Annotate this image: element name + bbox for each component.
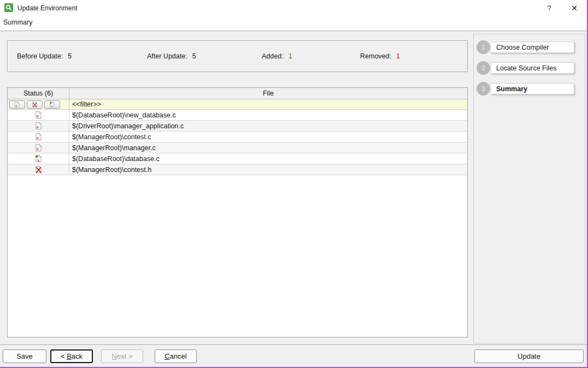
stat-value: 5 — [68, 52, 72, 60]
status-icon — [35, 133, 42, 141]
table-row[interactable]: $(ManagerRoot)\contest.h — [8, 164, 467, 175]
status-icon — [35, 144, 42, 152]
wizard-step-choose-compiler[interactable]: 1 Choose Compiler — [477, 40, 578, 54]
close-button[interactable]: ✕ — [565, 0, 584, 16]
filter-row: <<filter>> — [8, 99, 467, 110]
status-icon — [14, 101, 20, 108]
status-cell — [8, 110, 69, 120]
stat-after-update: After Update: 5 — [147, 41, 196, 72]
column-header-file[interactable]: File — [69, 88, 467, 99]
step-label: Summary — [496, 85, 527, 93]
file-table: Status (6) File — [7, 87, 468, 337]
step-number-badge: 1 — [477, 40, 490, 54]
status-filter-buttons — [8, 99, 69, 109]
source-file-icon — [35, 144, 42, 152]
stat-value: 5 — [192, 52, 196, 60]
header-area: Update Environment ? ✕ Summary — [0, 0, 587, 31]
stat-label: Added: — [262, 52, 284, 60]
file-path: $(ManagerRoot)\manager.c — [69, 143, 467, 153]
titlebar: Update Environment ? ✕ — [0, 0, 587, 16]
step-box: Locate Source Files — [490, 62, 574, 74]
step-label: Choose Compiler — [496, 44, 549, 51]
save-button[interactable]: Save — [3, 349, 46, 363]
stat-value: 1 — [396, 52, 400, 60]
table-header: Status (6) File — [8, 88, 467, 99]
source-file-icon — [35, 133, 42, 141]
page-title: Summary — [3, 19, 32, 26]
stat-label: Removed: — [360, 52, 391, 60]
file-path: $(DatabaseRoot)\database.c — [69, 153, 467, 164]
status-icon — [35, 122, 42, 130]
table-row[interactable]: $(ManagerRoot)\contest.c — [8, 132, 467, 143]
source-file-icon — [35, 122, 42, 130]
step-box: Summary — [490, 83, 574, 94]
stat-before-update: Before Update: 5 — [17, 41, 72, 72]
stat-removed: Removed: 1 — [360, 41, 400, 72]
column-header-status[interactable]: Status (6) — [8, 88, 69, 99]
status-cell — [8, 164, 69, 175]
file-path: $(ManagerRoot)\contest.h — [69, 164, 467, 175]
stat-label: Before Update: — [17, 52, 63, 60]
table-row[interactable]: $(DatabaseRoot)\new_database.c — [8, 110, 467, 121]
source-file-icon — [14, 101, 20, 108]
cancel-button[interactable]: Cancel — [155, 349, 197, 363]
step-box: Choose Compiler — [490, 41, 574, 53]
table-row[interactable]: $(ManagerRoot)\manager.c — [8, 143, 467, 153]
stat-value: 1 — [289, 52, 292, 60]
status-icon — [35, 111, 42, 119]
update-button[interactable]: Update — [474, 349, 584, 363]
wizard-step-locate-source-files[interactable]: 2 Locate Source Files — [477, 61, 578, 75]
filter-source-button[interactable] — [9, 100, 25, 109]
status-icon — [35, 155, 42, 163]
step-label: Locate Source Files — [496, 64, 556, 72]
source-file-icon — [35, 111, 42, 119]
stat-label: After Update: — [147, 52, 187, 60]
added-file-icon — [35, 155, 42, 163]
step-number-badge: 3 — [477, 82, 490, 96]
wizard-step-summary[interactable]: 3 Summary — [477, 82, 578, 96]
filter-added-button[interactable] — [44, 100, 60, 109]
filter-input[interactable]: <<filter>> — [69, 99, 467, 109]
status-icon — [32, 101, 37, 108]
file-path: $(DriverRoot)\manager_application.c — [69, 121, 467, 131]
summary-stats-panel: Before Update: 5 After Update: 5 Added: … — [7, 40, 468, 72]
filter-removed-button[interactable] — [27, 100, 43, 109]
next-button[interactable]: Next > — [101, 349, 143, 363]
status-icon — [35, 165, 42, 174]
step-number-badge: 2 — [477, 61, 490, 75]
removed-file-icon — [32, 101, 37, 108]
stat-added: Added: 1 — [262, 41, 292, 72]
status-icon — [49, 101, 55, 108]
window-title: Update Environment — [17, 0, 77, 16]
update-environment-window: s s Update Environment ? ✕ Summary Befor… — [0, 0, 588, 368]
file-path: $(DatabaseRoot)\new_database.c — [69, 110, 467, 120]
added-file-icon — [49, 101, 55, 108]
status-cell — [8, 121, 69, 131]
search-icon — [4, 3, 13, 12]
footer-divider — [0, 345, 587, 346]
removed-file-icon — [35, 165, 42, 174]
status-cell — [8, 132, 69, 142]
back-button[interactable]: < Back — [50, 349, 93, 363]
status-cell — [8, 143, 69, 153]
table-row[interactable]: $(DatabaseRoot)\database.c — [8, 153, 467, 164]
table-row[interactable]: $(DriverRoot)\manager_application.c — [8, 121, 467, 132]
help-button[interactable]: ? — [540, 0, 558, 16]
file-path: $(ManagerRoot)\contest.c — [69, 132, 467, 142]
status-cell — [8, 153, 69, 164]
wizard-steps-panel: 1 Choose Compiler 2 Locate Source Files … — [473, 34, 585, 343]
